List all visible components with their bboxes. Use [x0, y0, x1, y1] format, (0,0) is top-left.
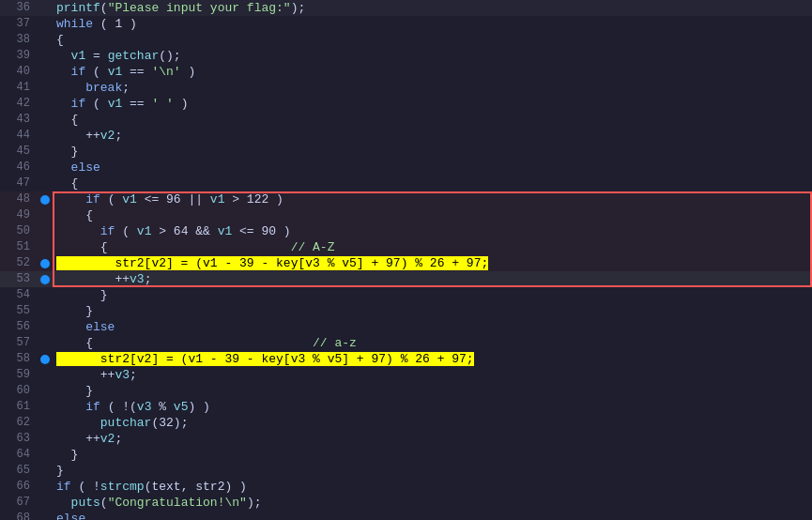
line-number: 57: [0, 335, 38, 351]
code-text: if ( v1 == ' ' ): [53, 96, 812, 112]
code-line: 49 {: [0, 207, 812, 223]
code-text: }: [53, 447, 812, 463]
line-number: 51: [0, 239, 38, 255]
code-text: ++v3;: [53, 367, 812, 383]
line-number: 50: [0, 223, 38, 239]
line-number: 65: [0, 463, 38, 479]
code-line: 60 }: [0, 383, 812, 399]
line-number: 40: [0, 64, 38, 80]
code-text: ++v2;: [53, 128, 812, 144]
line-number: 54: [0, 287, 38, 303]
code-line: 68else: [0, 511, 812, 520]
code-line: 47 {: [0, 176, 812, 191]
line-number: 62: [0, 415, 38, 431]
bp-dot: [40, 275, 50, 284]
code-text: str2[v2] = (v1 - 39 - key[v3 % v5] + 97)…: [53, 351, 812, 367]
code-text: if ( !(v3 % v5) ): [53, 399, 812, 415]
code-text: {: [53, 112, 812, 128]
code-text: while ( 1 ): [53, 16, 812, 32]
line-number: 47: [0, 176, 38, 191]
code-line: 38{: [0, 32, 812, 48]
code-line: 59 ++v3;: [0, 367, 812, 383]
code-text: v1 = getchar();: [53, 48, 812, 64]
code-text: {: [53, 32, 812, 48]
line-number: 38: [0, 32, 38, 48]
code-text: if ( !strcmp(text, str2) ): [53, 479, 812, 495]
line-number: 37: [0, 16, 38, 32]
code-text: ++v3;: [53, 271, 812, 287]
code-line: 44 ++v2;: [0, 128, 812, 144]
code-line: 58 str2[v2] = (v1 - 39 - key[v3 % v5] + …: [0, 351, 812, 367]
code-line: 52 str2[v2] = (v1 - 39 - key[v3 % v5] + …: [0, 255, 812, 271]
code-text: str2[v2] = (v1 - 39 - key[v3 % v5] + 97)…: [53, 255, 812, 271]
code-line: 51 { // A-Z: [0, 239, 812, 255]
code-text: {: [53, 207, 812, 223]
code-line: 40 if ( v1 == '\n' ): [0, 64, 812, 80]
line-number: 53: [0, 271, 38, 287]
line-number: 59: [0, 367, 38, 383]
line-number: 58: [0, 351, 38, 367]
line-number: 55: [0, 303, 38, 319]
code-text: }: [53, 144, 812, 160]
code-line: 65}: [0, 463, 812, 479]
line-number: 42: [0, 96, 38, 112]
line-number: 67: [0, 495, 38, 511]
line-number: 44: [0, 128, 38, 144]
code-line: 61 if ( !(v3 % v5) ): [0, 399, 812, 415]
code-line: 41 break;: [0, 80, 812, 96]
code-line: 36printf("Please input your flag:");: [0, 0, 812, 16]
code-text: puts("Congratulation!\n");: [53, 495, 812, 511]
code-line: 42 if ( v1 == ' ' ): [0, 96, 812, 112]
code-text: }: [53, 383, 812, 399]
code-text: else: [53, 160, 812, 176]
bp-dot: [40, 259, 50, 268]
code-line: 53 ++v3;: [0, 271, 812, 287]
line-number: 64: [0, 447, 38, 463]
code-line: 46 else: [0, 160, 812, 176]
line-number: 49: [0, 207, 38, 223]
code-line: 43 {: [0, 112, 812, 128]
line-number: 45: [0, 144, 38, 160]
breakpoint[interactable]: [38, 259, 53, 268]
code-text: ++v2;: [53, 431, 812, 447]
code-line: 39 v1 = getchar();: [0, 48, 812, 64]
bp-dot: [40, 355, 50, 364]
code-line: 57 { // a-z: [0, 335, 812, 351]
code-text: {: [53, 176, 812, 191]
code-line: 62 putchar(32);: [0, 415, 812, 431]
line-number: 48: [0, 191, 38, 207]
code-line: 54 }: [0, 287, 812, 303]
code-line: 56 else: [0, 319, 812, 335]
code-line: 37while ( 1 ): [0, 16, 812, 32]
code-line: 63 ++v2;: [0, 431, 812, 447]
line-number: 52: [0, 255, 38, 271]
line-number: 63: [0, 431, 38, 447]
code-text: else: [53, 511, 812, 520]
code-line: 67 puts("Congratulation!\n");: [0, 495, 812, 511]
breakpoint[interactable]: [38, 275, 53, 284]
code-text: }: [53, 287, 812, 303]
breakpoint[interactable]: [38, 195, 53, 205]
line-number: 46: [0, 160, 38, 176]
breakpoint[interactable]: [38, 355, 53, 364]
code-text: printf("Please input your flag:");: [53, 0, 812, 16]
line-number: 61: [0, 399, 38, 415]
code-text: { // A-Z: [53, 239, 812, 255]
code-text: }: [53, 303, 812, 319]
code-line: 45 }: [0, 144, 812, 160]
code-line: 55 }: [0, 303, 812, 319]
code-text: else: [53, 319, 812, 335]
line-number: 39: [0, 48, 38, 64]
code-editor: 36printf("Please input your flag:");37wh…: [0, 0, 812, 520]
code-line: 64 }: [0, 447, 812, 463]
line-number: 60: [0, 383, 38, 399]
line-number: 56: [0, 319, 38, 335]
code-line: 50 if ( v1 > 64 && v1 <= 90 ): [0, 223, 812, 239]
bp-dot: [40, 195, 50, 205]
line-number: 41: [0, 80, 38, 96]
code-text: }: [53, 463, 812, 479]
code-text: if ( v1 <= 96 || v1 > 122 ): [53, 191, 812, 207]
line-number: 68: [0, 511, 38, 520]
code-text: if ( v1 > 64 && v1 <= 90 ): [53, 223, 812, 239]
line-number: 66: [0, 479, 38, 495]
